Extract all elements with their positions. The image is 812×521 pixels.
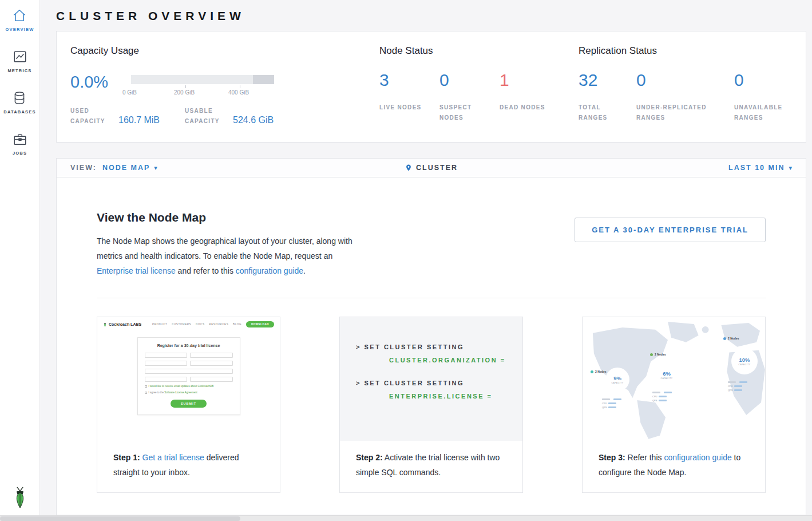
description-text: The Node Map shows the geographical layo…: [97, 236, 352, 260]
sidebar-item-databases[interactable]: DATABASES: [3, 90, 35, 115]
node-dot-icon: [591, 370, 593, 373]
checkbox-icon: [145, 385, 147, 388]
live-nodes-value: 3: [379, 70, 439, 90]
mini-checkbox-text: I would like to receive email updates ab…: [149, 385, 214, 388]
mini-form-title: Register for a 30-day trial license: [145, 344, 233, 348]
step-1-label: Step 1:: [113, 453, 140, 462]
node-status-section: Node Status 3 LIVE NODES 0 SUSPECT NODES…: [379, 45, 579, 125]
view-value: NODE MAP: [102, 164, 150, 172]
dead-nodes-value: 1: [500, 70, 560, 90]
step-3-text: Refer this: [628, 453, 664, 462]
breadcrumb: CLUSTER: [405, 163, 458, 172]
configuration-guide-link[interactable]: configuration guide: [236, 266, 303, 275]
dead-nodes-stat: 1 DEAD NODES: [500, 70, 560, 123]
sidebar-item-label: JOBS: [13, 151, 27, 156]
qps-label: QPS: [602, 406, 607, 409]
qps-label: QPS: [652, 399, 657, 402]
briefcase-icon: [13, 132, 27, 147]
step-3-label: Step 3:: [599, 453, 625, 462]
capacity-bar-segment: [253, 75, 275, 84]
node-group-label: 2 Nodes: [591, 370, 606, 374]
mini-input-field: [145, 353, 188, 358]
mini-checkbox-text: I agree to the: [149, 391, 165, 394]
mini-cockroach-logo: Cockroach LABS: [103, 322, 141, 327]
get-trial-license-link[interactable]: Get a trial license: [142, 453, 204, 462]
horizontal-scrollbar[interactable]: [0, 515, 812, 521]
description-text: .: [303, 266, 306, 275]
step-1-caption: Step 1: Get a trial license delivered st…: [97, 441, 280, 492]
step-3-caption: Step 3: Refer this configuration guide t…: [583, 441, 765, 492]
sql-argument: ENTERPRISE.LICENSE =: [389, 393, 522, 400]
chevron-down-icon: ▾: [154, 164, 157, 172]
registration-page-preview: Cockroach LABS PRODUCT CUSTOMERS DOCS RE…: [97, 317, 280, 441]
stat-bar: [659, 396, 667, 397]
mini-input-field: [145, 377, 188, 382]
stat-bar: [734, 385, 742, 387]
replication-status-title: Replication Status: [579, 45, 792, 57]
page-title: CLUSTER OVERVIEW: [56, 0, 806, 23]
stat-bar: [728, 381, 736, 383]
suspect-nodes-label: SUSPECT NODES: [439, 102, 492, 123]
tick-label: 200 GiB: [174, 89, 195, 96]
sidebar-item-label: OVERVIEW: [6, 27, 34, 32]
region-stats: CPU QPS: [602, 398, 621, 411]
enterprise-trial-license-link[interactable]: Enterprise trial license: [97, 266, 176, 275]
total-ranges-stat: 32 TOTAL RANGES: [579, 70, 636, 123]
home-icon: [12, 8, 27, 23]
mini-logo-text: Cockroach LABS: [109, 322, 141, 326]
time-range-value: LAST 10 MIN: [728, 164, 785, 172]
tick-label: 400 GiB: [228, 89, 249, 96]
cpu-label: CPU: [728, 385, 732, 388]
sidebar-item-jobs[interactable]: JOBS: [13, 132, 27, 156]
capacity-donut: 6% CAPACITY: [656, 364, 678, 386]
under-replicated-ranges-value: 0: [636, 70, 734, 90]
cpu-label: CPU: [652, 395, 657, 398]
usable-capacity-label: USABLE CAPACITY: [185, 106, 231, 126]
capacity-usage-title: Capacity Usage: [70, 45, 379, 57]
suspect-nodes-value: 0: [439, 70, 500, 90]
stat-bar: [664, 392, 672, 393]
tick-mark: [185, 85, 186, 88]
node-map-panel: View the Node Map The Node Map shows the…: [56, 177, 806, 515]
stat-bar: [659, 400, 667, 401]
node-map-intro: View the Node Map The Node Map shows the…: [97, 211, 359, 278]
suspect-nodes-stat: 0 SUSPECT NODES: [439, 70, 500, 123]
stat-bar: [734, 389, 742, 391]
live-nodes-label: LIVE NODES: [379, 102, 432, 113]
mini-input-field: [190, 361, 233, 366]
stat-bar: [739, 381, 747, 383]
node-count: 2 Nodes: [595, 370, 606, 373]
capacity-bar: [131, 75, 274, 84]
region-stats: CPU QPS: [652, 392, 672, 404]
configuration-guide-link[interactable]: configuration guide: [664, 453, 731, 462]
step-2-card: > SET CLUSTER SETTING CLUSTER.ORGANIZATI…: [339, 317, 523, 493]
stat-bar: [613, 398, 621, 400]
capacity-percent: 10%: [739, 357, 750, 363]
description-text: and refer to this: [176, 266, 236, 275]
used-capacity-label: USED CAPACITY: [70, 106, 116, 126]
mini-checkbox-row: I would like to receive email updates ab…: [145, 385, 233, 388]
stat-bar: [652, 392, 660, 393]
node-group-label: 2 Nodes: [723, 337, 739, 341]
view-selector[interactable]: VIEW: NODE MAP ▾: [70, 164, 157, 172]
scrollbar-thumb[interactable]: [0, 516, 240, 521]
region-stats: CPU QPS: [728, 381, 747, 393]
chevron-down-icon: ▾: [789, 164, 792, 172]
time-range-selector[interactable]: LAST 10 MIN ▾: [728, 164, 792, 172]
under-replicated-ranges-stat: 0 UNDER-REPLICATED RANGES: [636, 70, 734, 123]
sidebar-item-overview[interactable]: OVERVIEW: [6, 8, 34, 32]
capacity-label: CAPACITY: [738, 364, 750, 366]
database-icon: [12, 90, 27, 105]
sql-command: > SET CLUSTER SETTING: [356, 344, 522, 350]
node-group-label: 2 Nodes: [650, 353, 666, 357]
mini-input-field: [145, 369, 233, 374]
capacity-usage-section: Capacity Usage 0.0% 0 GiB 200 GiB 400 Gi…: [70, 45, 379, 125]
step-3-node-map-preview: 2 Nodes 9% CAPACITY CPU QPS: [583, 317, 765, 441]
capacity-donut: 9% CAPACITY: [605, 368, 629, 392]
enterprise-trial-button[interactable]: GET A 30-DAY ENTERPRISE TRIAL: [575, 218, 766, 242]
step-1-card: Cockroach LABS PRODUCT CUSTOMERS DOCS RE…: [97, 317, 280, 493]
sidebar-item-metrics[interactable]: METRICS: [7, 49, 31, 73]
node-map-description: The Node Map shows the geographical layo…: [97, 234, 359, 278]
metrics-icon: [13, 49, 27, 64]
live-nodes-stat: 3 LIVE NODES: [379, 70, 439, 123]
